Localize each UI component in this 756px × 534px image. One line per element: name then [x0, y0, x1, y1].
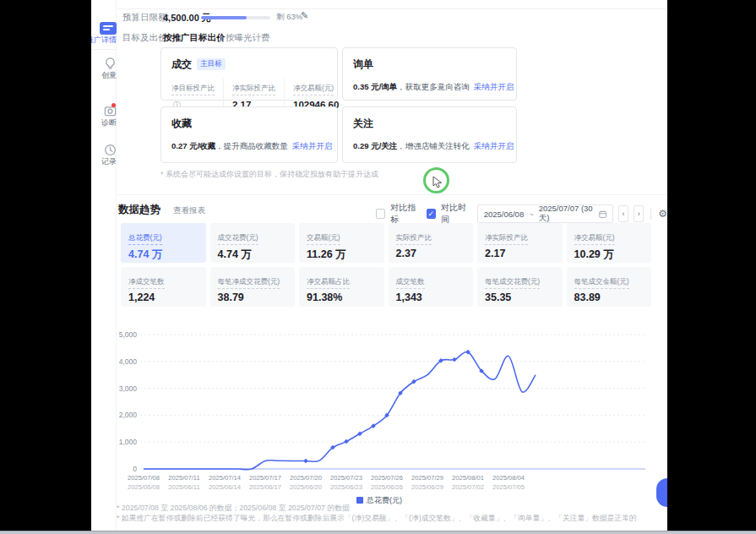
svg-text:1,000: 1,000 [119, 438, 138, 446]
metric-value: 10.29 万 [574, 248, 645, 262]
metric-label: 成交花费(元) [218, 233, 258, 245]
promo-detail-icon [100, 22, 117, 35]
compare-time-label[interactable]: 对比时间 [441, 202, 472, 226]
window-bottom-edge [0, 531, 756, 534]
legend-swatch [356, 497, 363, 504]
adopt-enable-link[interactable]: 采纳并开启 [292, 141, 333, 150]
sidebar-item-records[interactable]: 记录 [91, 144, 117, 167]
adopt-enable-link[interactable]: 采纳并开启 [474, 141, 514, 150]
metric-compare-value: 0.00 [218, 305, 288, 307]
sidebar-divider [91, 49, 117, 50]
compare-metric-label[interactable]: 对比指标 [390, 202, 422, 226]
metric-card[interactable]: 成交笔数1,3430 [389, 267, 474, 307]
sidebar-item-diagnose[interactable]: 诊断 [91, 105, 117, 128]
svg-text:2025/07/26: 2025/07/26 [371, 474, 403, 482]
goal-card-title: 成交 [171, 57, 192, 72]
metric-value: 91.38% [307, 292, 377, 303]
metric-card[interactable]: 每笔成交花费(元)35.350.00 [477, 267, 563, 307]
metric-value: 2.37 [396, 248, 466, 259]
next-period-button[interactable]: › [634, 205, 644, 222]
metric-value: 4.74 万 [128, 248, 199, 262]
metric-card[interactable]: 每笔净成交花费(元)38.790.00 [210, 267, 296, 307]
chart-footnote-hint: * 如果推广在暂停或删除前已经获得了曝光，那么在暂停或删除后展示「(净)交易额」… [117, 514, 637, 524]
metric-value: 4.74 万 [218, 248, 288, 262]
goal-card-title: 关注 [353, 117, 373, 131]
svg-text:2025/08/04: 2025/08/04 [492, 474, 525, 482]
metric-card[interactable]: 每笔成交金额(元)83.890.00 [567, 267, 652, 307]
metric-compare-value: 0.00 [396, 261, 466, 263]
view-report-link[interactable]: 查看报表 [173, 205, 205, 216]
metric-value: 38.79 [218, 292, 288, 303]
metric-card[interactable]: 实际投产比2.370.00 [389, 223, 474, 263]
svg-text:2025/06/08: 2025/06/08 [128, 483, 160, 491]
date-range-separator: ~ [529, 210, 534, 219]
metric-value: 35.35 [485, 292, 555, 303]
svg-text:2025/07/29: 2025/07/29 [411, 474, 443, 482]
svg-text:2025/06/11: 2025/06/11 [168, 483, 199, 491]
svg-text:2025/07/20: 2025/07/20 [290, 474, 322, 482]
line-chart-svg: 01,0002,0003,0004,0005,0002025/07/082025… [108, 326, 649, 495]
app-window: 推广详情 创意 诊断 记录 预算日限额: 4,5 [91, 0, 667, 531]
svg-text:2025/06/20: 2025/06/20 [290, 483, 322, 491]
metric-compare-value: 0 [396, 305, 466, 307]
compare-metric-checkbox[interactable] [376, 209, 385, 219]
date-range-end: 2025/07/07 (30天) [539, 204, 594, 224]
svg-text:2025/06/23: 2025/06/23 [330, 483, 362, 491]
svg-text:2025/07/11: 2025/07/11 [168, 474, 199, 482]
metric-label: 每笔成交金额(元) [574, 277, 629, 289]
metric-card[interactable]: 净实际投产比2.170.00 [477, 223, 563, 263]
bidding-option-goal[interactable]: 按推广目标出价 [163, 32, 226, 44]
floating-side-button[interactable] [656, 478, 667, 507]
bidding-option-divider [220, 33, 220, 41]
section-divider [117, 194, 667, 195]
goal-card-title: 收藏 [171, 117, 192, 131]
clock-icon [104, 144, 117, 156]
adopt-enable-link[interactable]: 采纳并开启 [474, 82, 514, 91]
metric-label: 净交易额占比 [307, 277, 350, 289]
metric-value: 83.89 [574, 292, 645, 303]
bulb-icon [104, 57, 117, 70]
notification-dot [111, 103, 116, 107]
date-range-start: 2025/06/08 [484, 210, 525, 219]
sidebar-item-creative[interactable]: 创意 [91, 57, 117, 81]
chart-footnote-range: * 2025/07/08 至 2025/08/06 的数据；2025/06/08… [117, 504, 350, 514]
header-divider [117, 8, 667, 9]
metric-card[interactable]: 净交易额(元)10.29 万0.00 [567, 223, 652, 263]
metric-card-grid: 总花费(元)4.74 万0.00成交花费(元)4.74 万0.00交易额(元)1… [121, 223, 651, 307]
goal-card-deal: 成交主目标 净目标投产比ⓘ 2.45✎ 净实际投产比 2.17 净交易额(元) … [160, 47, 338, 101]
bidding-option-exposure[interactable]: 按曝光计费 [226, 32, 270, 44]
controls-divider [650, 208, 651, 220]
budget-edit-icon[interactable]: ✎ [301, 10, 308, 21]
sidebar-item-label: 推广详情 [91, 35, 117, 46]
sidebar-item-label: 诊断 [91, 117, 117, 128]
trend-title: 数据趋势 [118, 203, 160, 217]
metric-label: 交易额(元) [307, 233, 340, 245]
goal-card-follow: 关注 0.29 元/关注，增强店铺关注转化采纳并开启 [342, 106, 517, 163]
settings-gear-icon[interactable]: ⚙ [658, 208, 667, 220]
svg-text:2025/07/17: 2025/07/17 [249, 474, 281, 482]
svg-text:2025/06/26: 2025/06/26 [371, 483, 403, 491]
svg-text:2025/06/14: 2025/06/14 [209, 483, 241, 491]
metric-card[interactable]: 净成交笔数1,2240 [121, 267, 206, 307]
prev-period-button[interactable]: ‹ [618, 205, 628, 222]
primary-goal-badge: 主目标 [197, 58, 226, 70]
metric-label: 成交笔数 [396, 277, 425, 289]
metric-label: 净实际投产比 [485, 233, 528, 245]
svg-text:2025/06/17: 2025/06/17 [249, 483, 281, 491]
metric-card[interactable]: 总花费(元)4.74 万0.00 [121, 223, 206, 263]
budget-progress-fill [201, 16, 247, 19]
svg-text:2,000: 2,000 [119, 411, 138, 419]
metric-card[interactable]: 净交易额占比91.38%0.00% [299, 267, 384, 307]
goal-card-inquiry: 询单 0.35 元/询单，获取更多意向咨询采纳并开启 [342, 47, 517, 101]
metric-card[interactable]: 成交花费(元)4.74 万0.00 [210, 223, 296, 263]
compare-time-checkbox[interactable]: ✓ [427, 209, 436, 219]
goal-card-favorite: 收藏 0.27 元/收藏，提升商品收藏数量采纳并开启 [160, 106, 338, 163]
svg-text:2025/07/08: 2025/07/08 [128, 474, 160, 482]
mouse-cursor-icon [432, 176, 443, 188]
date-range-picker[interactable]: 2025/06/08 ~ 2025/07/07 (30天) [477, 204, 613, 223]
sidebar-item-promo-detail[interactable]: 推广详情 [91, 22, 117, 46]
metric-card[interactable]: 交易额(元)11.26 万0.00 [299, 223, 384, 263]
metric-label: 净交易额(元) [574, 233, 615, 245]
metric-compare-value: 0.00 [574, 305, 645, 307]
calendar-icon [599, 210, 606, 219]
